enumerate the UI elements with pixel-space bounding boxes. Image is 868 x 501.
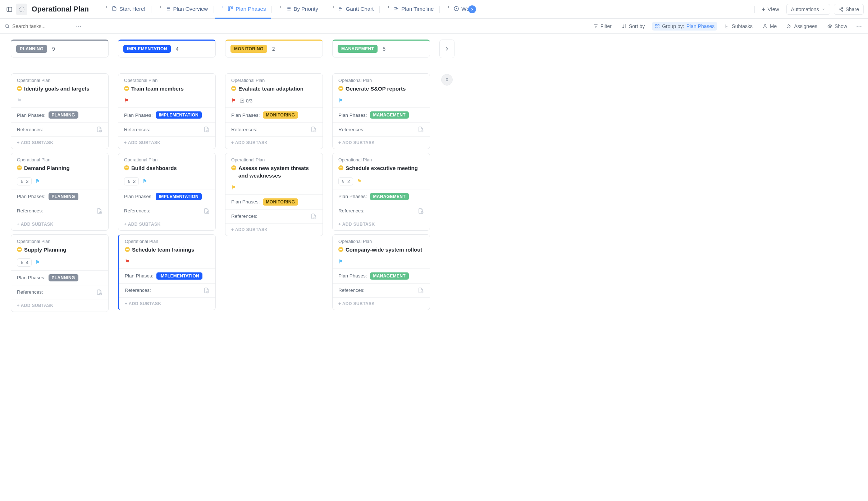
task-card[interactable]: Operational Plan Build dashboards 2 ⚑ Pl… (118, 153, 216, 230)
add-subtask-button[interactable]: + ADD SUBTASK (118, 218, 215, 230)
status-icon (338, 247, 343, 252)
references-icon[interactable] (96, 208, 102, 214)
show-button[interactable]: Show (824, 22, 850, 31)
subtasks-button[interactable]: Subtasks (722, 22, 755, 31)
card-field-phase: Plan Phases:MANAGEMENT (333, 107, 430, 122)
flag-icon[interactable]: ⚑ (17, 97, 22, 104)
add-subtask-button[interactable]: + ADD SUBTASK (333, 297, 430, 310)
sidebar-toggle-button[interactable] (4, 4, 14, 14)
task-card[interactable]: Operational Plan Generate S&OP reports ⚑… (332, 73, 430, 149)
assignees-button[interactable]: Assignees (784, 22, 820, 31)
tab-plan-phases[interactable]: Plan Phases (215, 0, 271, 19)
task-card[interactable]: Operational Plan Train team members ⚑ Pl… (118, 73, 216, 149)
phase-chip: MANAGEMENT (370, 193, 409, 200)
task-card[interactable]: Operational Plan Evaluate team adaptatio… (225, 73, 323, 149)
collapsed-column-count[interactable]: 0 (441, 74, 453, 86)
references-icon[interactable] (310, 213, 317, 220)
add-subtask-button[interactable]: + ADD SUBTASK (118, 136, 215, 149)
svg-point-23 (860, 26, 862, 27)
references-icon[interactable] (417, 287, 424, 294)
me-button[interactable]: Me (760, 22, 780, 31)
add-view-button[interactable]: + View (758, 6, 783, 13)
task-card[interactable]: Operational Plan Assess new system threa… (225, 153, 323, 236)
add-subtask-button[interactable]: + ADD SUBTASK (119, 297, 215, 310)
add-subtask-button[interactable]: + ADD SUBTASK (11, 136, 108, 149)
tabs-scroll-right-button[interactable] (468, 5, 476, 13)
column-header-monitoring[interactable]: MONITORING 2 (225, 40, 323, 58)
flag-icon[interactable]: ⚑ (231, 97, 236, 104)
subtask-count[interactable]: 4 (17, 258, 32, 267)
flag-icon[interactable]: ⚑ (125, 258, 129, 265)
flag-icon[interactable]: ⚑ (35, 178, 40, 184)
card-field-phase: Plan Phases:PLANNING (11, 107, 108, 122)
subtask-count[interactable]: 3 (17, 177, 32, 185)
subtask-count[interactable]: 2 (338, 177, 353, 185)
tab-workload-partial[interactable]: Wo (440, 0, 471, 19)
add-subtask-button[interactable]: + ADD SUBTASK (333, 136, 430, 149)
project-title[interactable]: Operational Plan (32, 5, 89, 13)
tab-gantt-chart[interactable]: Gantt Chart (325, 0, 379, 19)
flag-icon[interactable]: ⚑ (338, 258, 343, 265)
references-icon[interactable] (203, 287, 210, 294)
add-subtask-button[interactable]: + ADD SUBTASK (225, 136, 323, 149)
tab-start-here[interactable]: Start Here! (99, 0, 151, 19)
card-title: Supply Planning (24, 246, 67, 253)
task-card[interactable]: Operational Plan Identify goals and targ… (11, 73, 109, 149)
references-icon[interactable] (203, 126, 210, 133)
column-header-management[interactable]: MANAGEMENT 5 (332, 40, 430, 58)
card-project: Operational Plan (338, 157, 424, 162)
search-input[interactable] (12, 23, 70, 29)
task-card[interactable]: Operational Plan Company-wide system rol… (332, 234, 430, 310)
references-icon[interactable] (417, 208, 424, 214)
svg-rect-3 (230, 7, 231, 9)
card-title: Generate S&OP reports (346, 85, 406, 92)
toolbar-overflow-button[interactable] (854, 22, 864, 31)
person-icon (763, 24, 768, 29)
subtask-count[interactable]: 2 (124, 177, 139, 185)
board-scroll[interactable]: PLANNING 9 Operational Plan Identify goa… (0, 34, 868, 501)
flag-icon[interactable]: ⚑ (231, 184, 236, 191)
card-field-phase: Plan Phases:PLANNING (11, 189, 108, 204)
automations-button[interactable]: Automations (786, 4, 830, 15)
card-field-references: References: (119, 283, 215, 297)
add-subtask-button[interactable]: + ADD SUBTASK (333, 218, 430, 230)
references-icon[interactable] (310, 126, 317, 133)
references-icon[interactable] (96, 289, 102, 295)
task-card[interactable]: Operational Plan Schedule executive meet… (332, 153, 430, 230)
share-icon (839, 7, 844, 12)
sort-icon (622, 24, 627, 29)
phase-chip: IMPLEMENTATION (156, 272, 202, 280)
task-card[interactable]: Operational Plan Supply Planning 4 ⚑ Pla… (11, 234, 109, 312)
flag-icon[interactable]: ⚑ (35, 259, 40, 266)
column-header-planning[interactable]: PLANNING 9 (11, 40, 109, 58)
card-field-references: References: (11, 122, 108, 136)
share-button[interactable]: Share (834, 4, 864, 15)
task-card[interactable]: Operational Plan Schedule team trainings… (118, 234, 216, 310)
flag-icon[interactable]: ⚑ (357, 178, 361, 184)
flag-icon[interactable]: ⚑ (142, 178, 147, 184)
flag-icon[interactable]: ⚑ (338, 97, 343, 104)
add-subtask-button[interactable]: + ADD SUBTASK (11, 299, 108, 312)
group-by-button[interactable]: Group by: Plan Phases (652, 22, 717, 31)
column-header-implementation[interactable]: IMPLEMENTATION 4 (118, 40, 216, 58)
checklist-progress[interactable]: 0/3 (239, 98, 252, 104)
task-card[interactable]: Operational Plan Demand Planning 3 ⚑ Pla… (11, 153, 109, 230)
toolbar-more-button[interactable] (74, 22, 83, 31)
tab-plan-timeline[interactable]: Plan Timeline (380, 0, 439, 19)
phase-chip: MONITORING (263, 198, 298, 206)
references-icon[interactable] (96, 126, 102, 133)
scroll-next-column-button[interactable] (439, 40, 454, 58)
add-subtask-button[interactable]: + ADD SUBTASK (11, 218, 108, 230)
tab-by-priority[interactable]: By Priority (273, 0, 323, 19)
card-title: Schedule team trainings (132, 246, 194, 253)
svg-point-17 (764, 24, 766, 26)
phase-chip: PLANNING (49, 111, 78, 119)
references-icon[interactable] (417, 126, 424, 133)
filter-button[interactable]: Filter (590, 22, 615, 31)
sort-button[interactable]: Sort by (619, 22, 648, 31)
flag-icon[interactable]: ⚑ (124, 97, 129, 104)
column-count: 2 (272, 46, 275, 52)
add-subtask-button[interactable]: + ADD SUBTASK (225, 223, 323, 236)
references-icon[interactable] (203, 208, 210, 214)
tab-plan-overview[interactable]: Plan Overview (152, 0, 213, 19)
